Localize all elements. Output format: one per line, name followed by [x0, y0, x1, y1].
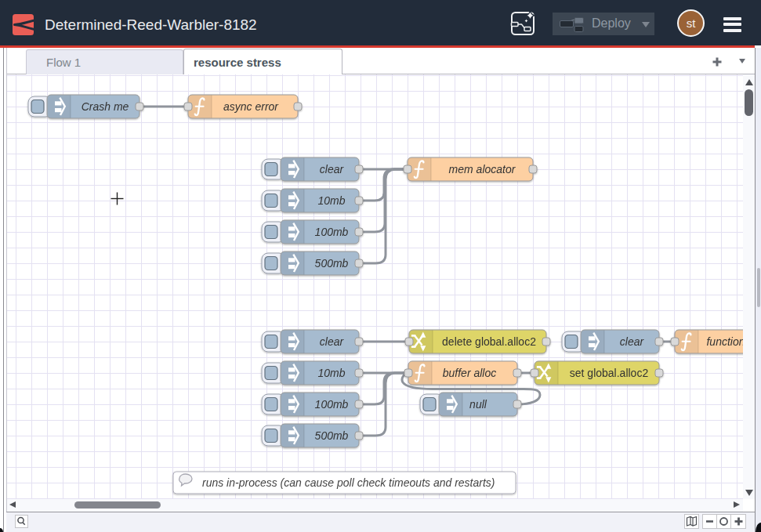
- svg-text:clear: clear: [320, 335, 345, 348]
- svg-text:500mb: 500mb: [315, 429, 349, 442]
- svg-text:runs in-process (can cause pol: runs in-process (can cause poll check ti…: [202, 476, 495, 489]
- svg-text:10mb: 10mb: [317, 194, 345, 207]
- svg-text:mem alocator: mem alocator: [449, 163, 516, 176]
- svg-text:100mb: 100mb: [315, 226, 349, 238]
- svg-text:100mb: 100mb: [315, 398, 349, 411]
- svg-text:10mb: 10mb: [317, 367, 345, 379]
- svg-text:null: null: [469, 398, 487, 411]
- svg-text:set global.alloc2: set global.alloc2: [570, 367, 649, 379]
- svg-text:clear: clear: [320, 163, 345, 176]
- svg-text:buffer alloc: buffer alloc: [443, 367, 496, 379]
- svg-text:async error: async error: [223, 100, 279, 113]
- svg-text:500mb: 500mb: [315, 257, 349, 270]
- svg-text:Crash me: Crash me: [82, 100, 129, 113]
- svg-text:function: function: [706, 335, 743, 348]
- svg-text:clear: clear: [620, 335, 645, 348]
- svg-text:delete global.alloc2: delete global.alloc2: [442, 335, 536, 348]
